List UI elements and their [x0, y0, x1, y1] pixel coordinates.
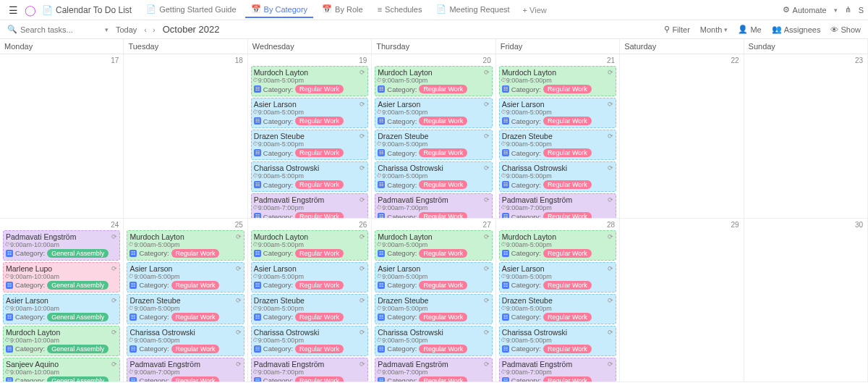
category-icon: ☷	[254, 345, 261, 353]
calendar-cell[interactable]: 27⟳Murdoch Layton9:00am-5:00pm☷Category:…	[372, 219, 495, 383]
show-button[interactable]: 👁Show	[830, 25, 861, 34]
event-title: Padmavati Engström	[254, 195, 365, 204]
event-card[interactable]: ⟳Padmavati Engström9:00am-7:00pm☷Categor…	[499, 358, 616, 383]
month-dropdown[interactable]: Month▾	[700, 25, 728, 34]
category-badge: Regular Work	[171, 376, 220, 383]
calendar-cell[interactable]: 19⟳Murdoch Layton9:00am-5:00pm☷Category:…	[248, 54, 372, 219]
calendar-cell[interactable]: 26⟳Murdoch Layton9:00am-5:00pm☷Category:…	[248, 219, 372, 383]
event-card[interactable]: ⟳Asier Larson9:00am-5:00pm☷Category:Regu…	[375, 262, 492, 292]
event-card[interactable]: ⟳Padmavati Engström9:00am-7:00pm☷Categor…	[251, 358, 368, 383]
event-card[interactable]: ⟳Drazen Steube9:00am-5:00pm☷Category:Reg…	[375, 130, 492, 160]
category-icon: ☷	[129, 313, 137, 321]
event-card[interactable]: ⟳Charissa Ostrowski9:00am-5:00pm☷Categor…	[375, 161, 492, 192]
category-icon: ☷	[378, 282, 385, 289]
prev-month-button[interactable]: ‹	[144, 25, 147, 34]
me-button[interactable]: 👤Me	[738, 25, 761, 34]
automate-button[interactable]: ⚙ Automate	[783, 5, 827, 14]
event-card[interactable]: ⟳Asier Larson9:00am-5:00pm☷Category:Regu…	[251, 262, 368, 292]
tab-meeting-request[interactable]: 📄Meeting Request	[430, 1, 515, 18]
calendar-cell[interactable]: 30	[744, 219, 868, 383]
calendar-cell[interactable]: 28⟳Murdoch Layton9:00am-5:00pm☷Category:…	[496, 219, 620, 383]
event-card[interactable]: ⟳Drazen Steube9:00am-5:00pm☷Category:Reg…	[499, 130, 616, 160]
assignees-button[interactable]: 👥Assignees	[772, 25, 821, 34]
search-input[interactable]	[20, 25, 102, 34]
event-card[interactable]: ⟳Charissa Ostrowski9:00am-5:00pm☷Categor…	[499, 161, 616, 192]
event-card[interactable]: ⟳Asier Larson9:00am-5:00pm☷Category:Regu…	[375, 98, 492, 128]
category-label: Category:	[387, 149, 417, 157]
event-title: Murdoch Layton	[129, 232, 241, 241]
event-card[interactable]: ⟳Drazen Steube9:00am-5:00pm☷Category:Reg…	[375, 294, 492, 324]
event-card[interactable]: ⟳Charissa Ostrowski9:00am-5:00pm☷Categor…	[251, 161, 368, 192]
event-card[interactable]: ⟳Charissa Ostrowski9:00am-5:00pm☷Categor…	[127, 326, 244, 356]
event-card[interactable]: ⟳Padmavati Engström9:00am-10:00am☷Catego…	[3, 230, 120, 261]
event-title: Murdoch Layton	[378, 232, 489, 241]
event-card[interactable]: ⟳Murdoch Layton9:00am-5:00pm☷Category:Re…	[127, 230, 244, 261]
filter-button[interactable]: ⚲Filter	[664, 25, 689, 34]
event-card[interactable]: ⟳Asier Larson9:00am-5:00pm☷Category:Regu…	[499, 98, 616, 128]
category-icon: ☷	[254, 85, 261, 93]
chevron-down-icon[interactable]: ▾	[834, 7, 838, 14]
calendar-cell[interactable]: 18	[124, 54, 247, 219]
event-card[interactable]: ⟳Murdoch Layton9:00am-5:00pm☷Category:Re…	[375, 230, 492, 261]
calendar-cell[interactable]: 23	[744, 54, 868, 219]
event-card[interactable]: ⟳Asier Larson9:00am-5:00pm☷Category:Regu…	[127, 262, 244, 292]
category-label: Category:	[139, 345, 169, 353]
day-headers: MondayTuesdayWednesdayThursdayFridaySatu…	[0, 39, 868, 54]
event-card[interactable]: ⟳Asier Larson9:00am-5:00pm☷Category:Regu…	[251, 98, 368, 128]
category-icon: ☷	[378, 149, 385, 156]
next-month-button[interactable]: ›	[153, 25, 156, 34]
event-card[interactable]: ⟳Charissa Ostrowski9:00am-5:00pm☷Categor…	[499, 326, 616, 356]
event-title: Drazen Steube	[254, 296, 365, 305]
event-card[interactable]: ⟳Drazen Steube9:00am-5:00pm☷Category:Reg…	[251, 130, 368, 160]
event-time: 9:00am-5:00pm	[129, 305, 241, 312]
calendar-cell[interactable]: 24⟳Padmavati Engström9:00am-10:00am☷Cate…	[0, 219, 124, 383]
event-card[interactable]: ⟳Murdoch Layton9:00am-5:00pm☷Category:Re…	[499, 66, 616, 96]
tab-schedules[interactable]: ≡Schedules	[372, 2, 428, 18]
category-badge: General Assembly	[47, 281, 109, 290]
calendar-cell[interactable]: 20⟳Murdoch Layton9:00am-5:00pm☷Category:…	[372, 54, 495, 219]
tab-by-role[interactable]: 📅By Role	[316, 1, 369, 18]
event-card[interactable]: ⟳Padmavati Engström9:00am-7:00pm☷Categor…	[375, 358, 492, 383]
event-card[interactable]: ⟳Murdoch Layton9:00am-10:00am☷Category:G…	[3, 326, 120, 356]
event-title: Padmavati Engström	[502, 360, 613, 369]
calendar-cell[interactable]: 21⟳Murdoch Layton9:00am-5:00pm☷Category:…	[496, 54, 620, 219]
recurring-icon: ⟳	[608, 101, 613, 108]
search-chevron-icon[interactable]: ▾	[105, 26, 109, 33]
search-input-wrap[interactable]: 🔍 ▾	[7, 25, 109, 34]
event-card[interactable]: ⟳Murdoch Layton9:00am-5:00pm☷Category:Re…	[499, 230, 616, 261]
calendar-cell[interactable]: 25⟳Murdoch Layton9:00am-5:00pm☷Category:…	[124, 219, 247, 383]
event-card[interactable]: ⟳Drazen Steube9:00am-5:00pm☷Category:Reg…	[499, 294, 616, 324]
event-card[interactable]: ⟳Murdoch Layton9:00am-5:00pm☷Category:Re…	[251, 66, 368, 96]
today-button[interactable]: Today	[116, 25, 137, 34]
category-label: Category:	[511, 313, 541, 321]
menu-toggle-button[interactable]: ☰	[4, 4, 22, 16]
share-icon[interactable]: ⋔	[845, 5, 851, 14]
category-label: Category:	[387, 181, 417, 189]
category-icon: ☷	[129, 282, 137, 289]
category-badge: Regular Work	[419, 85, 467, 93]
event-card[interactable]: ⟳Drazen Steube9:00am-5:00pm☷Category:Reg…	[127, 294, 244, 324]
breadcrumb[interactable]: 📄 Calendar To Do List	[42, 5, 132, 15]
calendar-cell[interactable]: 22	[620, 54, 744, 219]
event-time: 9:00am-5:00pm	[378, 77, 489, 84]
calendar-cell[interactable]: 29	[620, 219, 744, 383]
event-card[interactable]: ⟳Asier Larson9:00am-5:00pm☷Category:Regu…	[499, 262, 616, 292]
event-card[interactable]: ⟳Padmavati Engström9:00am-7:00pm☷Categor…	[251, 193, 368, 219]
event-card[interactable]: ⟳Drazen Steube9:00am-5:00pm☷Category:Reg…	[251, 294, 368, 324]
tab-by-category[interactable]: 📅By Category	[245, 1, 314, 18]
tab-getting-started-guide[interactable]: 📄Getting Started Guide	[140, 1, 242, 18]
category-badge: Regular Work	[543, 376, 592, 383]
event-card[interactable]: ⟳Padmavati Engström9:00am-7:00pm☷Categor…	[375, 193, 492, 219]
event-card[interactable]: ⟳Murdoch Layton9:00am-5:00pm☷Category:Re…	[251, 230, 368, 261]
add-view-button[interactable]: + View	[517, 3, 553, 17]
event-card[interactable]: ⟳Charissa Ostrowski9:00am-5:00pm☷Categor…	[375, 326, 492, 356]
event-card[interactable]: ⟳Sanjeev Aquino9:00am-10:00am☷Category:G…	[3, 358, 120, 383]
event-card[interactable]: ⟳Murdoch Layton9:00am-5:00pm☷Category:Re…	[375, 66, 492, 96]
event-card[interactable]: ⟳Marlene Lupo9:00am-10:00am☷Category:Gen…	[3, 262, 120, 292]
event-card[interactable]: ⟳Asier Larson9:00am-10:00am☷Category:Gen…	[3, 294, 120, 324]
event-card[interactable]: ⟳Padmavati Engström9:00am-7:00pm☷Categor…	[499, 193, 616, 219]
event-card[interactable]: ⟳Padmavati Engström9:00am-7:00pm☷Categor…	[127, 358, 244, 383]
event-card[interactable]: ⟳Charissa Ostrowski9:00am-5:00pm☷Categor…	[251, 326, 368, 356]
calendar-cell[interactable]: 17	[0, 54, 124, 219]
workspace-logo-icon[interactable]: ◯	[23, 3, 38, 17]
